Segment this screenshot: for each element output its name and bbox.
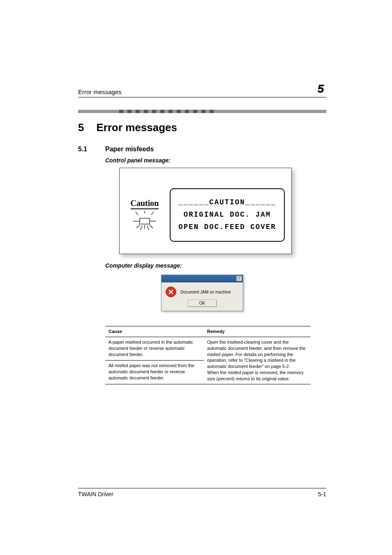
col-header-remedy: Remedy <box>204 326 311 337</box>
footer-left: TWAIN Driver <box>78 491 113 497</box>
caution-label: Caution <box>131 199 159 209</box>
cause-cell-1: A paper misfeed occurred in the automati… <box>105 337 204 360</box>
svg-line-6 <box>136 225 140 228</box>
chapter-number-top: 5 <box>315 82 326 95</box>
cause-cell-2: All misfed paper was not removed from th… <box>105 361 204 384</box>
computer-display-subhead: Computer display message: <box>105 262 326 269</box>
running-header-text: Error messages <box>78 88 122 95</box>
footer-right: 5-1 <box>318 491 326 497</box>
sun-rays-icon <box>128 211 161 231</box>
h2-number: 5.1 <box>78 146 93 153</box>
control-panel-subhead: Control panel message: <box>105 157 326 164</box>
svg-line-10 <box>147 226 149 230</box>
close-icon[interactable]: × <box>236 276 242 281</box>
lcd-line-1: ______CAUTION______ <box>174 197 281 209</box>
col-header-cause: Cause <box>105 326 204 337</box>
lcd-display: ______CAUTION______ ORIGINAL DOC. JAM OP… <box>170 188 285 241</box>
h1-title: Error messages <box>96 121 177 134</box>
dialog-message: Document JAM on machine <box>180 290 231 294</box>
cause-remedy-table: Cause Remedy A paper misfeed occurred in… <box>105 326 311 384</box>
svg-rect-3 <box>140 218 150 224</box>
error-circle-icon <box>166 287 176 297</box>
control-panel-illustration: Caution <box>119 168 292 254</box>
svg-line-7 <box>150 225 153 228</box>
svg-line-1 <box>136 212 138 215</box>
svg-line-9 <box>141 226 142 230</box>
svg-line-2 <box>151 212 154 215</box>
lcd-line-2: ORIGINAL DOC. JAM <box>174 209 281 221</box>
section-divider <box>78 110 326 113</box>
remedy-cell: Open the misfeed-clearing cover and the … <box>204 337 311 384</box>
h2-title: Paper misfeeds <box>105 146 154 153</box>
error-dialog: × Document JAM on machine OK <box>161 275 243 311</box>
ok-button[interactable]: OK <box>188 300 217 307</box>
h1-number: 5 <box>78 121 84 134</box>
lcd-line-3: OPEN DOC.FEED COVER <box>174 221 281 234</box>
dialog-titlebar: × <box>161 275 243 282</box>
